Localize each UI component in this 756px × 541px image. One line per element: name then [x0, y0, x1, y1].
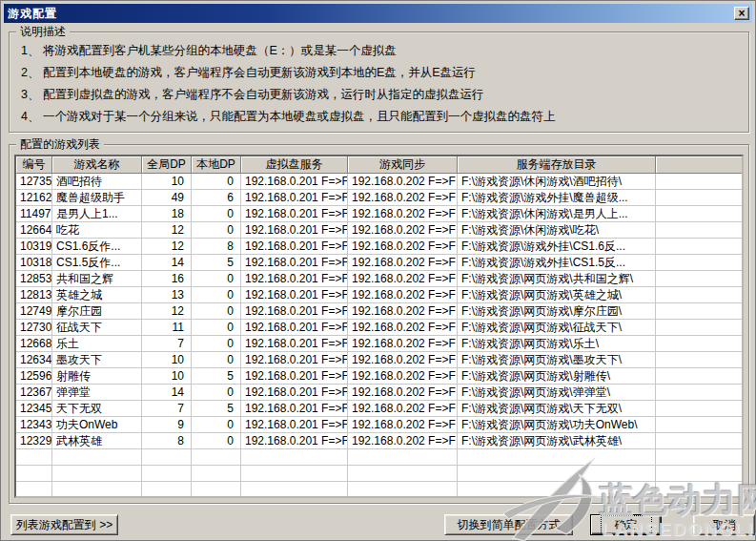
cell: 12668 [16, 336, 52, 352]
cell: 0 [192, 433, 241, 449]
table-row[interactable]: 12749摩尔庄园120192.168.0.201 F=>F192.168.0.… [16, 303, 742, 320]
cell: 192.168.0.202 F=>F [348, 239, 458, 255]
cell-filler [656, 449, 742, 466]
cell [142, 466, 192, 482]
cell: 12329 [16, 433, 52, 449]
header-cell[interactable]: 本地DP [192, 156, 241, 174]
cell-filler [656, 482, 742, 498]
cell: 12 [142, 303, 192, 320]
cell: 魔兽超级助手 [52, 190, 142, 206]
cell [52, 449, 142, 466]
cell: 192.168.0.202 F=>F [348, 417, 458, 433]
cell: 10319 [16, 239, 52, 255]
table-row[interactable] [16, 449, 742, 466]
game-table-header: 编号游戏名称全局DP本地DP虚拟盘服务游戏同步服务端存放目录 [16, 156, 742, 174]
cell-filler [656, 222, 742, 239]
table-row[interactable]: 12596射雕传105192.168.0.201 F=>F192.168.0.2… [16, 368, 742, 385]
cell: 乐土 [52, 336, 142, 352]
cell: 12730 [16, 320, 52, 336]
cell-filler [656, 385, 742, 401]
instruction-line: 2、 配置到本地硬盘的游戏，客户端程序会自动更新该游戏到本地的E盘，并从E盘运行 [21, 62, 741, 84]
header-cell[interactable]: 服务端存放目录 [458, 156, 656, 174]
header-cell[interactable]: 编号 [16, 156, 52, 174]
table-row[interactable]: 12735酒吧招待100192.168.0.201 F=>F192.168.0.… [16, 174, 742, 190]
table-row[interactable] [16, 466, 742, 482]
cell: 墨攻天下 [52, 352, 142, 368]
table-row[interactable]: 12343功夫OnWeb90192.168.0.201 F=>F192.168.… [16, 417, 742, 433]
cell [52, 466, 142, 482]
cell: 192.168.0.201 F=>F [241, 433, 348, 449]
cell: 9 [142, 417, 192, 433]
cell [241, 466, 348, 482]
table-row[interactable]: 12329武林英雄80192.168.0.201 F=>F192.168.0.2… [16, 433, 742, 449]
cell: 酒吧招待 [52, 174, 142, 190]
table-row[interactable]: 12367弹弹堂140192.168.0.201 F=>F192.168.0.2… [16, 385, 742, 401]
cell: 0 [192, 385, 241, 401]
cell [348, 466, 458, 482]
table-row[interactable]: 12853共和国之辉160192.168.0.201 F=>F192.168.0… [16, 271, 742, 287]
cell: 192.168.0.201 F=>F [241, 206, 348, 222]
cell: F:\游戏资源\网页游戏\武林英雄\ [458, 433, 656, 449]
cell: 0 [192, 303, 241, 320]
titlebar: 游戏配置 × [4, 4, 752, 23]
cell [52, 482, 142, 498]
cell: 12162 [16, 190, 52, 206]
cell: 12367 [16, 385, 52, 401]
table-row[interactable]: 12813英雄之城130192.168.0.201 F=>F192.168.0.… [16, 287, 742, 303]
cell-filler [656, 287, 742, 303]
cell: 192.168.0.202 F=>F [348, 174, 458, 190]
cell: F:\游戏资源\网页游戏\英雄之城\ [458, 287, 656, 303]
cell [348, 482, 458, 498]
cell: 192.168.0.202 F=>F [348, 320, 458, 336]
cell: 12749 [16, 303, 52, 320]
cell: F:\游戏资源\网页游戏\弹弹堂\ [458, 385, 656, 401]
table-row[interactable]: 11497是男人上1...180192.168.0.201 F=>F192.16… [16, 206, 742, 222]
header-cell[interactable]: 游戏名称 [52, 156, 142, 174]
cell-filler [656, 174, 742, 190]
cell: 6 [192, 190, 241, 206]
table-row[interactable] [16, 482, 742, 498]
close-icon: × [738, 9, 745, 18]
table-row[interactable]: 12668乐土70192.168.0.201 F=>F192.168.0.202… [16, 336, 742, 352]
cell: F:\游戏资源\网页游戏\征战天下\ [458, 320, 656, 336]
cell: F:\游戏资源\网页游戏\墨攻天下\ [458, 352, 656, 368]
cell: 征战天下 [52, 320, 142, 336]
cell [458, 482, 656, 498]
cell: 192.168.0.201 F=>F [241, 336, 348, 352]
cell: F:\游戏资源\网页游戏\射雕传\ [458, 368, 656, 385]
cell: 吃花 [52, 222, 142, 239]
cell: F:\游戏资源\网页游戏\摩尔庄园\ [458, 303, 656, 320]
table-row[interactable]: 12634墨攻天下100192.168.0.201 F=>F192.168.0.… [16, 352, 742, 368]
cell [192, 449, 241, 466]
table-row[interactable]: 10318CS1.5反作...145192.168.0.201 F=>F192.… [16, 255, 742, 271]
cell: 10 [142, 368, 192, 385]
cell-filler [656, 206, 742, 222]
cell: 192.168.0.202 F=>F [348, 255, 458, 271]
switch-simple-mode-button[interactable]: 切换到简单配置方式 [444, 514, 573, 535]
cell [16, 482, 52, 498]
cell: 11497 [16, 206, 52, 222]
cell [142, 482, 192, 498]
cell: 0 [192, 174, 241, 190]
table-row[interactable]: 12162魔兽超级助手496192.168.0.201 F=>F192.168.… [16, 190, 742, 206]
cell-filler [656, 255, 742, 271]
configure-to-button[interactable]: 列表游戏配置到 >> [10, 514, 118, 535]
cell: 192.168.0.201 F=>F [241, 287, 348, 303]
cell: 射雕传 [52, 368, 142, 385]
table-row[interactable]: 10319CS1.6反作...128192.168.0.201 F=>F192.… [16, 239, 742, 255]
header-cell[interactable]: 虚拟盘服务 [241, 156, 348, 174]
table-row[interactable]: 12345天下无双75192.168.0.201 F=>F192.168.0.2… [16, 401, 742, 417]
cell: 192.168.0.201 F=>F [241, 255, 348, 271]
description-groupbox-label: 说明描述 [16, 25, 70, 38]
table-row[interactable]: 12730征战天下110192.168.0.201 F=>F192.168.0.… [16, 320, 742, 336]
game-table: 编号游戏名称全局DP本地DP虚拟盘服务游戏同步服务端存放目录 12735酒吧招待… [14, 155, 744, 498]
cell: 192.168.0.201 F=>F [241, 352, 348, 368]
ok-button[interactable]: 确定 [590, 514, 662, 535]
cell: 12813 [16, 287, 52, 303]
cancel-button[interactable]: 取消 [693, 514, 755, 535]
header-cell[interactable]: 游戏同步 [348, 156, 458, 174]
cell-filler [656, 303, 742, 320]
header-cell[interactable]: 全局DP [142, 156, 192, 174]
close-button[interactable]: × [734, 7, 749, 20]
table-row[interactable]: 12664吃花120192.168.0.201 F=>F192.168.0.20… [16, 222, 742, 239]
